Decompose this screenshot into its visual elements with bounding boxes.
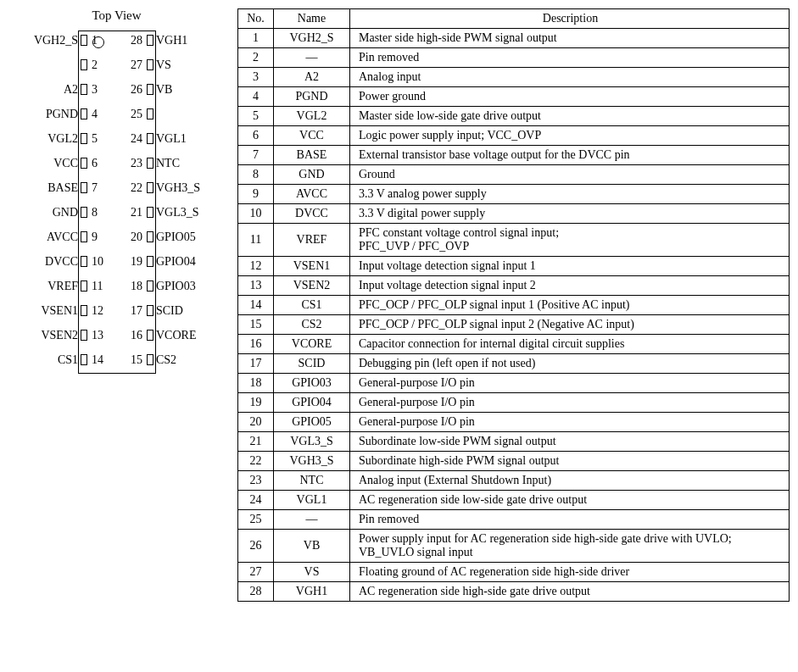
pin-box-icon: [81, 182, 87, 193]
pin-box-icon: [147, 35, 153, 46]
pin-number: 6: [87, 157, 117, 170]
cell-desc: Power ground: [350, 87, 790, 107]
cell-desc: Logic power supply input; VCC_OVP: [350, 126, 790, 146]
pin-box-icon: [147, 330, 153, 341]
pin-left-2: 2: [8, 53, 117, 77]
table-row: 4PGNDPower ground: [238, 87, 790, 107]
top-view-label: Top View: [8, 8, 225, 23]
cell-desc: General-purpose I/O pin: [350, 413, 790, 432]
table-row: 14CS1PFC_OCP / PFC_OLP signal input 1 (P…: [238, 296, 790, 315]
pin-label: A2: [64, 83, 81, 97]
cell-desc: Power supply input for AC regeneration s…: [350, 530, 790, 563]
pin-right-25: 25: [117, 102, 226, 126]
pin-label: VB: [153, 83, 172, 97]
cell-desc: Pin removed: [350, 510, 790, 530]
cell-name: ―: [274, 510, 350, 530]
cell-desc: AC regeneration side low-side gate drive…: [350, 491, 790, 510]
table-row: 5VGL2Master side low-side gate drive out…: [238, 107, 790, 126]
pin-box-icon: [147, 280, 153, 292]
cell-no: 8: [238, 165, 274, 185]
pin-number: 16: [117, 329, 147, 342]
table-row: 17SCIDDebugging pin (left open if not us…: [238, 354, 790, 374]
pin-label: GND: [53, 206, 81, 219]
table-row: 8GNDGround: [238, 165, 790, 185]
pin-description-table: No. Name Description 1VGH2_SMaster side …: [237, 8, 790, 602]
pin-left-5: VGL25: [8, 126, 117, 151]
cell-no: 15: [238, 315, 274, 335]
cell-no: 23: [238, 471, 274, 491]
cell-name: SCID: [274, 354, 350, 374]
header-name: Name: [274, 9, 350, 29]
pin-number: 18: [117, 280, 147, 293]
pin-box-icon: [81, 354, 87, 365]
pin-number: 20: [117, 230, 147, 244]
pin-left-3: A23: [8, 77, 117, 102]
pin-box-icon: [81, 158, 87, 169]
pin-left-6: VCC6: [8, 151, 117, 175]
pin-box-icon: [147, 133, 153, 144]
table-row: 1VGH2_SMaster side high-side PWM signal …: [238, 29, 790, 48]
pin-label: SCID: [153, 304, 183, 318]
cell-name: VS: [274, 563, 350, 582]
pin-label: GPIO05: [153, 230, 196, 244]
pin-number: 25: [117, 108, 147, 121]
header-desc: Description: [350, 9, 790, 29]
cell-desc: External transistor base voltage output …: [350, 146, 790, 165]
cell-name: CS2: [274, 315, 350, 335]
cell-desc: General-purpose I/O pin: [350, 393, 790, 413]
chip-diagram: VGH2_S12A23PGND4VGL25VCC6BASE7GND8AVCC9D…: [8, 28, 225, 384]
pin-right-28: 28VGH1: [117, 28, 226, 53]
cell-no: 7: [238, 146, 274, 165]
pin-number: 19: [117, 255, 147, 269]
cell-name: PGND: [274, 87, 350, 107]
cell-name: VCORE: [274, 335, 350, 354]
cell-name: VGH1: [274, 582, 350, 602]
pin-left-8: GND8: [8, 200, 117, 225]
cell-name: VB: [274, 530, 350, 563]
pin-label: VCC: [53, 157, 81, 170]
pin-box-icon: [81, 35, 87, 46]
pin-right-15: 15CS2: [117, 347, 226, 372]
pin-number: 12: [87, 304, 117, 318]
pin-right-26: 26VB: [117, 77, 226, 102]
cell-desc: Subordinate high-side PWM signal output: [350, 452, 790, 471]
cell-name: VSEN1: [274, 257, 350, 276]
pin-number: 9: [87, 230, 117, 244]
pin-left-9: AVCC9: [8, 225, 117, 249]
pin-number: 4: [87, 108, 117, 121]
pin-label: CS1: [58, 353, 81, 367]
cell-no: 13: [238, 276, 274, 296]
pin-label: VCORE: [153, 329, 196, 342]
pin-number: 26: [117, 83, 147, 97]
pin-number: 8: [87, 206, 117, 219]
pin-box-icon: [81, 305, 87, 316]
pin-number: 10: [87, 255, 117, 269]
cell-desc: Input voltage detection signal input 2: [350, 276, 790, 296]
table-row: 20GPIO05General-purpose I/O pin: [238, 413, 790, 432]
pin-box-icon: [147, 231, 153, 242]
cell-no: 25: [238, 510, 274, 530]
table-header-row: No. Name Description: [238, 9, 790, 29]
pin-left-11: VREF11: [8, 274, 117, 298]
cell-name: VSEN2: [274, 276, 350, 296]
pin-label: VGH3_S: [153, 181, 200, 195]
pin-left-1: VGH2_S1: [8, 28, 117, 53]
table-row: 12VSEN1Input voltage detection signal in…: [238, 257, 790, 276]
pin-number: 3: [87, 83, 117, 97]
table-row: 19GPIO04General-purpose I/O pin: [238, 393, 790, 413]
cell-desc: General-purpose I/O pin: [350, 374, 790, 393]
cell-name: ―: [274, 48, 350, 68]
pin-table-panel: No. Name Description 1VGH2_SMaster side …: [237, 8, 790, 602]
pin-label: VSEN2: [41, 329, 81, 342]
pin-label: VREF: [47, 280, 81, 293]
cell-no: 27: [238, 563, 274, 582]
pin-label: NTC: [153, 157, 180, 170]
pin-right-18: 18GPIO03: [117, 274, 226, 298]
pin-box-icon: [147, 182, 153, 193]
pin-box-icon: [81, 108, 87, 119]
pin-number: 15: [117, 353, 147, 367]
cell-name: VREF: [274, 224, 350, 257]
cell-name: VCC: [274, 126, 350, 146]
table-row: 2―Pin removed: [238, 48, 790, 68]
cell-no: 24: [238, 491, 274, 510]
